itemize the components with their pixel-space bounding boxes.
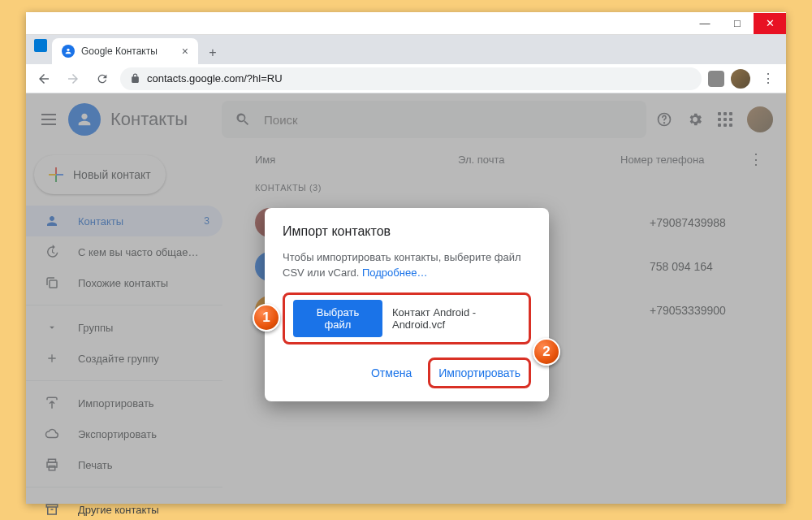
- pinned-tab-outlook[interactable]: [34, 39, 47, 52]
- selected-filename: Контакт Android - Android.vcf: [392, 306, 520, 331]
- url-field[interactable]: contacts.google.com/?hl=RU: [120, 67, 702, 90]
- window-controls: — □ ✕: [689, 13, 786, 34]
- cancel-button[interactable]: Отмена: [363, 360, 420, 386]
- dialog-body: Чтобы импортировать контакты, выберите ф…: [283, 250, 531, 281]
- sidebar-item-label: Другие контакты: [78, 504, 159, 516]
- lock-icon: [130, 73, 140, 84]
- extension-icon[interactable]: [708, 71, 724, 87]
- archive-icon: [44, 502, 60, 517]
- minimize-button[interactable]: —: [689, 13, 721, 34]
- forward-button[interactable]: [62, 67, 84, 90]
- import-dialog: Импорт контактов Чтобы импортировать кон…: [265, 208, 549, 401]
- new-tab-button[interactable]: +: [201, 41, 224, 64]
- close-button[interactable]: ✕: [754, 13, 786, 34]
- url-text: contacts.google.com/?hl=RU: [147, 72, 283, 84]
- browser-tabstrip: Google Контакты × +: [26, 35, 786, 64]
- profile-avatar-small[interactable]: [731, 69, 750, 89]
- import-highlight: Импортировать: [428, 358, 531, 388]
- dialog-actions: Отмена Импортировать: [283, 358, 531, 388]
- import-button[interactable]: Импортировать: [432, 362, 527, 384]
- learn-more-link[interactable]: Подробнее…: [362, 266, 427, 279]
- back-button[interactable]: [32, 67, 55, 90]
- annotation-marker-2: 2: [533, 338, 560, 366]
- tab-title: Google Контакты: [81, 46, 158, 57]
- maximize-button[interactable]: □: [721, 13, 754, 34]
- annotation-marker-1: 1: [253, 304, 280, 332]
- window-titlebar: — □ ✕: [26, 12, 786, 35]
- browser-tab-active[interactable]: Google Контакты ×: [52, 38, 198, 64]
- dialog-title: Импорт контактов: [283, 224, 531, 239]
- file-select-row: Выбрать файл Контакт Android - Android.v…: [283, 292, 531, 344]
- browser-menu-button[interactable]: ⋮: [757, 71, 780, 86]
- favicon-icon: [62, 45, 75, 58]
- reload-button[interactable]: [91, 67, 114, 90]
- browser-address-bar: contacts.google.com/?hl=RU ⋮: [26, 64, 786, 93]
- tab-close-icon[interactable]: ×: [182, 45, 188, 58]
- choose-file-button[interactable]: Выбрать файл: [293, 300, 382, 337]
- svg-rect-6: [46, 505, 58, 507]
